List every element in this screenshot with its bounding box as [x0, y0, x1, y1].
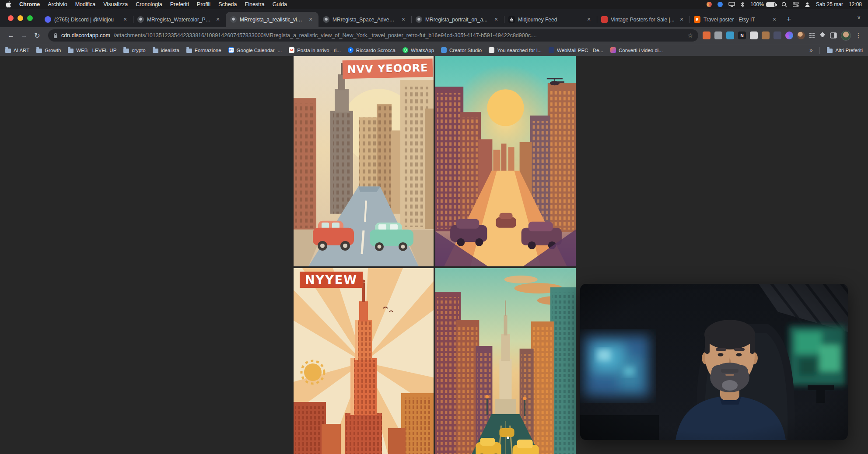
extension-icon-5[interactable]: [750, 31, 758, 39]
tab-watercolor[interactable]: MRregista_Watercolor_Pa... ×: [133, 12, 226, 27]
menu-visualizza[interactable]: Visualizza: [103, 1, 128, 7]
apple-logo-icon[interactable]: [6, 1, 11, 7]
folder-icon: [123, 49, 129, 53]
minimize-window-button[interactable]: [18, 15, 23, 21]
bookmark-gmail-inbox[interactable]: MPosta in arrivo - ri...: [289, 47, 341, 53]
tab-midjourney-feed[interactable]: Midjourney Feed ×: [504, 12, 597, 27]
tab-label: Midjourney Feed: [518, 17, 582, 23]
lock-icon[interactable]: [53, 33, 58, 38]
zoom-window-button[interactable]: [27, 15, 33, 21]
status-app-icon[interactable]: [707, 2, 712, 7]
tab-vintage-posters[interactable]: Vintage Posters for Sale |... ×: [597, 12, 690, 27]
menu-guida[interactable]: Guida: [273, 1, 287, 7]
bookmarks-overflow-icon[interactable]: »: [809, 47, 812, 53]
menu-finestra[interactable]: Finestra: [245, 1, 265, 7]
macos-menu-bar: Chrome Archivio Modifica Visualizza Cron…: [0, 0, 868, 9]
forward-button[interactable]: →: [18, 31, 31, 39]
image-favicon: [323, 16, 329, 23]
status-blue-app-icon[interactable]: [718, 2, 723, 7]
extension-icon-2[interactable]: [714, 31, 722, 39]
close-window-button[interactable]: [8, 15, 14, 21]
document-icon: [489, 47, 494, 53]
bookmark-webmail-pec[interactable]: WebMail PEC - De...: [549, 47, 603, 53]
chrome-menu-icon[interactable]: ⋮: [855, 31, 862, 39]
reload-button[interactable]: ↻: [31, 31, 44, 40]
bookmark-folder-web-level-up[interactable]: WEB - LEVEL-UP: [68, 48, 116, 53]
window-controls: [8, 15, 33, 21]
menu-preferiti[interactable]: Preferiti: [170, 1, 189, 7]
battery-icon: [766, 2, 776, 7]
menu-modifica[interactable]: Modifica: [75, 1, 96, 7]
tab-label: MRregista_portrait_on_a...: [425, 17, 490, 23]
bookmark-facebook-profile[interactable]: fRiccardo Scrocca: [348, 47, 396, 53]
menu-chrome[interactable]: Chrome: [19, 1, 40, 7]
side-panel-icon[interactable]: [830, 32, 837, 38]
tab-close-icon[interactable]: ×: [493, 16, 500, 23]
back-button[interactable]: ←: [4, 31, 18, 39]
midjourney-sailboat-favicon: [508, 16, 515, 23]
menu-scheda[interactable]: Scheda: [218, 1, 237, 7]
tab-label: MRregista_Watercolor_Pa...: [147, 17, 211, 23]
tab-label: MRregista_Space_Advent...: [332, 17, 397, 23]
extension-icon-8[interactable]: [785, 31, 793, 39]
tab-etsy[interactable]: E Travel poster - Etsy IT ×: [690, 12, 782, 27]
extension-icon-3[interactable]: [726, 31, 734, 39]
vintage-posters-favicon: [601, 16, 608, 23]
bookmark-label: You searched for l...: [497, 48, 542, 53]
tab-close-icon[interactable]: ×: [307, 16, 314, 23]
bookmark-search-result[interactable]: You searched for l...: [489, 47, 542, 53]
bookmark-folder-idealista[interactable]: idealista: [153, 48, 179, 53]
whatsapp-icon: [402, 47, 408, 53]
bookmark-label: crypto: [132, 48, 145, 53]
spotlight-search-icon[interactable]: [781, 2, 787, 7]
folder-icon: [827, 49, 833, 53]
display-icon[interactable]: [728, 2, 735, 7]
extension-icon-6[interactable]: [762, 31, 770, 39]
bookmark-whatsapp[interactable]: WhatsApp: [402, 47, 434, 53]
bookmark-folder-growth[interactable]: Growth: [36, 48, 61, 53]
bookmark-label: Altri Preferiti: [835, 48, 863, 53]
bookmark-label: WebMail PEC - De...: [557, 48, 603, 53]
extension-avatar-icon[interactable]: [797, 31, 805, 39]
tab-space-adventure[interactable]: MRregista_Space_Advent... ×: [318, 12, 411, 27]
extension-icon-1[interactable]: [703, 31, 710, 39]
menu-cronologia[interactable]: Cronologia: [136, 1, 162, 7]
tab-portrait[interactable]: MRregista_portrait_on_a... ×: [411, 12, 504, 27]
bookmark-folder-formazione[interactable]: Formazione: [186, 48, 221, 53]
bookmark-google-calendar[interactable]: 31Google Calendar -...: [228, 47, 282, 53]
apps-grid-icon[interactable]: [809, 32, 815, 38]
profile-avatar[interactable]: [841, 31, 851, 41]
tab-discord[interactable]: (2765) Discord | @Midjou ×: [40, 12, 133, 27]
menubar-time[interactable]: 12:08: [849, 1, 862, 7]
extension-icon-7[interactable]: [774, 31, 781, 39]
control-center-icon[interactable]: [793, 2, 799, 7]
extensions-puzzle-icon[interactable]: [819, 32, 826, 39]
bookmark-folder-ai-art[interactable]: AI ART: [5, 48, 29, 53]
tab-close-icon[interactable]: ×: [678, 16, 685, 23]
tab-search-chevron-icon[interactable]: ∨: [857, 14, 861, 21]
tab-close-icon[interactable]: ×: [585, 16, 592, 23]
bookmark-folder-crypto[interactable]: crypto: [123, 48, 145, 53]
menubar-date[interactable]: Sab 25 mar: [816, 1, 843, 7]
extension-icon-notion[interactable]: N: [738, 31, 746, 39]
tab-label: Travel poster - Etsy IT: [704, 17, 768, 23]
tab-close-icon[interactable]: ×: [771, 16, 778, 23]
tab-close-icon[interactable]: ×: [400, 16, 407, 23]
tab-close-icon[interactable]: ×: [214, 16, 221, 23]
menu-archivio[interactable]: Archivio: [48, 1, 67, 7]
user-account-icon[interactable]: [805, 2, 810, 7]
image-favicon: [416, 16, 422, 23]
bookmark-creator-studio[interactable]: Creator Studio: [441, 47, 482, 53]
menu-profili[interactable]: Profili: [197, 1, 210, 7]
tab-close-icon[interactable]: ×: [122, 16, 129, 23]
other-bookmarks-folder[interactable]: Altri Preferiti: [827, 48, 863, 53]
bookmark-label: Google Calendar -...: [237, 48, 282, 53]
bookmark-star-icon[interactable]: ☆: [687, 32, 693, 39]
battery-indicator[interactable]: 100%: [750, 1, 776, 7]
bookmark-label: WhatsApp: [411, 48, 434, 53]
new-tab-button[interactable]: +: [782, 12, 795, 26]
bluetooth-icon[interactable]: [741, 2, 745, 7]
tab-realistic-view-active[interactable]: MRregista_a_realistic_vie... ×: [226, 12, 318, 27]
url-address-bar[interactable]: cdn.discordapp.com/attachments/101351233…: [48, 29, 698, 42]
bookmark-video-converter[interactable]: Converti i video di...: [610, 47, 663, 53]
